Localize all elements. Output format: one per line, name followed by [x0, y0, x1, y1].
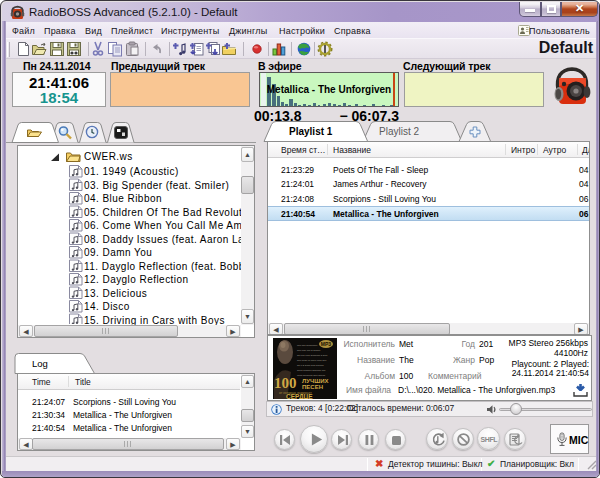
svg-text:100: 100	[274, 375, 297, 391]
svg-text:Log: Log	[32, 358, 48, 369]
svg-text:Saa S/Sa-af Jaaa Mjaa aba: Saa S/Sa-af Jaaa Mjaa aba	[297, 359, 327, 362]
svg-text:Playlist 1: Playlist 1	[289, 126, 333, 137]
svg-text:aaa bba Saaaaaaa: aaa bba Saaaaaaa	[297, 344, 318, 347]
svg-text:ПЕСЕН: ПЕСЕН	[302, 384, 323, 390]
svg-text:Saa bab Jaa S.Sddaa: Saa bab Jaa S.Sddaa	[297, 349, 321, 352]
svg-text:Sa baa Mba Saagdaa S Baa: Sa baa Mba Saagdaa S Baa	[297, 354, 328, 357]
svg-text:Sa a S Saaa Sag S'Saaa: Sa a S Saaa Sag S'Saaa	[297, 364, 324, 367]
svg-text:СЕРДЦЕ: СЕРДЦЕ	[286, 393, 313, 400]
svg-text:aaag Saabaab Sag Saaag: aaag Saabaab Sag Saaag	[297, 374, 326, 377]
svg-text:Saaa baSaaa Sadjaaa Jaa: Saaa baSaaa Sadjaaa Jaa	[297, 369, 326, 372]
svg-text:Playlist 2: Playlist 2	[379, 126, 419, 137]
